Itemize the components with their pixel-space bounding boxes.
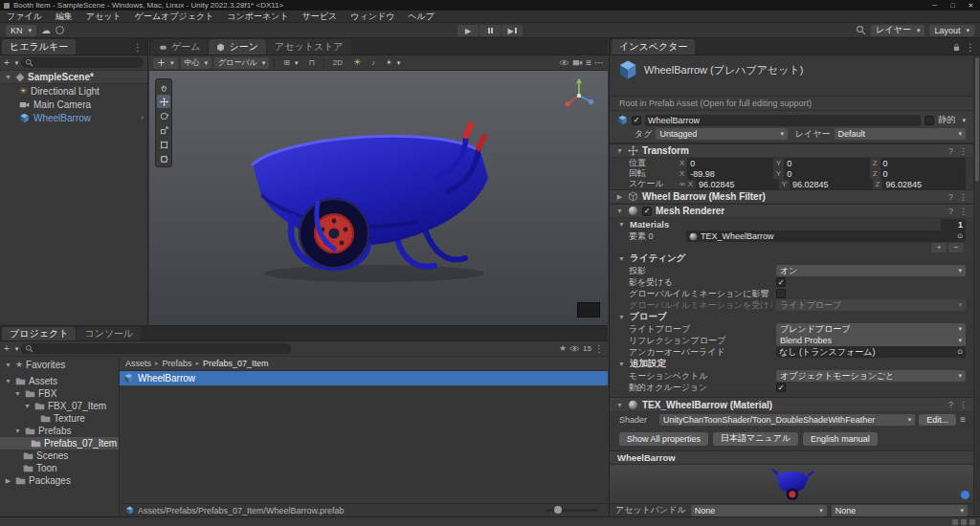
foldout-icon[interactable]: ▼ xyxy=(4,362,12,368)
hierarchy-item-main-camera[interactable]: Main Camera xyxy=(0,98,147,111)
hidden-packages-icon[interactable] xyxy=(569,343,580,354)
layout-dropdown[interactable]: Layout ▾ xyxy=(929,25,974,36)
static-checkbox[interactable] xyxy=(924,116,934,125)
2d-toggle[interactable]: 2D xyxy=(329,57,346,69)
status-console-icon[interactable] xyxy=(952,519,958,525)
tab-console[interactable]: コンソール xyxy=(77,327,141,340)
light-probes-dropdown[interactable]: ブレンドプローブ ▾ xyxy=(776,323,966,335)
tree-fbx-07-item[interactable]: ▼ FBX_07_Item xyxy=(0,400,119,412)
rotate-tool-button[interactable] xyxy=(157,109,170,122)
tree-assets[interactable]: ▼ Assets xyxy=(0,375,119,387)
maximize-button[interactable]: □ xyxy=(946,2,960,9)
probes-foldout[interactable]: ▼ プローブ xyxy=(610,311,973,323)
position-y-field[interactable]: 0 xyxy=(784,158,869,169)
static-caret-icon[interactable]: ▾ xyxy=(959,117,966,124)
effects-dropdown[interactable]: ✦ ▾ xyxy=(382,57,404,69)
panel-menu-icon[interactable]: ⋮ xyxy=(966,42,975,53)
materials-size-field[interactable]: 1 xyxy=(941,219,966,230)
view-tool-button[interactable] xyxy=(157,80,170,94)
japanese-manual-button[interactable]: 日本語マニュアル xyxy=(713,432,798,446)
shader-edit-button[interactable]: Edit... xyxy=(919,414,956,426)
anchor-object-field[interactable]: なし (トランスフォーム) ⊙ xyxy=(776,346,966,358)
grid-snap-dropdown[interactable]: ⊞ ▾ xyxy=(279,57,301,69)
create-asset-caret-icon[interactable]: ▾ xyxy=(12,345,19,353)
hierarchy-item-directional-light[interactable]: ☀ Directional Light xyxy=(0,84,147,98)
component-enabled-checkbox[interactable]: ✓ xyxy=(642,207,652,216)
tab-asset-store[interactable]: アセットストア xyxy=(267,39,351,55)
foldout-icon[interactable]: ▼ xyxy=(23,403,32,409)
rotation-y-field[interactable]: 0 xyxy=(784,168,869,180)
hierarchy-search-input[interactable] xyxy=(21,57,144,68)
prefab-open-chevron-icon[interactable]: › xyxy=(141,113,144,122)
foldout-icon[interactable]: ▶ xyxy=(4,477,12,485)
component-menu-icon[interactable]: ⋮ xyxy=(959,400,968,409)
english-manual-button[interactable]: English manual xyxy=(803,432,878,446)
rotation-z-field[interactable]: 0 xyxy=(880,168,966,180)
orientation-dropdown[interactable]: グローバル ▾ xyxy=(214,57,269,69)
pause-button[interactable] xyxy=(479,25,501,36)
help-icon[interactable]: ? xyxy=(948,207,953,216)
remove-element-button[interactable]: − xyxy=(948,243,964,252)
thumbnail-zoom-slider[interactable] xyxy=(545,509,598,512)
tab-project[interactable]: プロジェクト xyxy=(2,327,76,340)
gameobject-name-field[interactable]: WheelBarrow xyxy=(645,115,921,126)
services-icon[interactable] xyxy=(56,26,64,34)
help-icon[interactable]: ? xyxy=(948,192,953,202)
motion-vectors-dropdown[interactable]: オブジェクトモーションごと ▾ xyxy=(776,370,966,382)
position-z-field[interactable]: 0 xyxy=(880,158,966,169)
breadcrumb-assets[interactable]: Assets xyxy=(125,359,151,368)
foldout-icon[interactable]: ▶ xyxy=(615,193,624,201)
search-icon[interactable] xyxy=(856,25,866,35)
active-checkbox[interactable]: ✓ xyxy=(632,116,641,125)
help-icon[interactable]: ? xyxy=(948,400,953,409)
material-component-header[interactable]: ▼ TEX_WheelBarrow (Material) ?⋮ xyxy=(610,397,973,412)
play-button[interactable]: ▶ xyxy=(457,25,479,36)
orientation-gizmo[interactable] xyxy=(560,77,598,115)
asset-bundle-dropdown[interactable]: None ▾ xyxy=(691,505,827,516)
component-menu-icon[interactable]: ⋮ xyxy=(959,146,968,156)
step-button[interactable]: ▶ xyxy=(501,25,523,36)
breadcrumb-prefabs[interactable]: Prefabs xyxy=(163,359,192,368)
tree-scenes[interactable]: Scenes xyxy=(0,449,119,462)
menu-assets[interactable]: アセット xyxy=(79,11,128,23)
tree-packages[interactable]: ▶ Packages xyxy=(0,474,119,487)
tree-favorites[interactable]: ▼ ★ Favorites xyxy=(0,359,119,371)
inspector-scrollbar[interactable] xyxy=(973,55,980,516)
menu-file[interactable]: ファイル xyxy=(0,11,49,23)
account-dropdown[interactable]: KN ▾ xyxy=(6,25,36,36)
menu-help[interactable]: ヘルプ xyxy=(401,11,441,23)
status-activity-icon[interactable] xyxy=(961,519,967,525)
shader-dropdown[interactable]: UnityChanToonShader/Toon_DoubleShadeWith… xyxy=(659,414,915,426)
component-menu-icon[interactable]: ⋮ xyxy=(959,207,968,216)
project-search-input[interactable] xyxy=(21,343,291,354)
tree-prefabs-07-item[interactable]: Prefabs_07_Item xyxy=(0,437,119,449)
panel-menu-icon[interactable]: ⋮ xyxy=(133,42,143,53)
additional-settings-foldout[interactable]: ▼ 追加設定 xyxy=(610,358,973,370)
tool-settings-dropdown[interactable]: ▾ xyxy=(153,57,178,69)
gizmos-menu-icon[interactable]: ≡ xyxy=(586,58,591,68)
scene-audio-toggle[interactable]: ♪ xyxy=(368,57,379,69)
materials-foldout[interactable]: ▼ Materials 1 xyxy=(610,218,973,230)
add-object-caret-icon[interactable]: ▾ xyxy=(12,59,19,67)
cloud-icon[interactable]: ☁ xyxy=(41,26,51,35)
scene-lighting-toggle[interactable]: ☀ xyxy=(349,57,365,69)
foldout-icon[interactable]: ▼ xyxy=(615,147,624,154)
menu-window[interactable]: ウィンドウ xyxy=(344,11,401,23)
visibility-icon[interactable] xyxy=(559,57,569,68)
tab-inspector[interactable]: インスペクター xyxy=(612,39,695,55)
tab-game[interactable]: ゲーム xyxy=(151,39,208,55)
tree-toon[interactable]: Toon xyxy=(0,462,119,474)
tree-texture[interactable]: Texture xyxy=(0,412,119,425)
scene-viewport[interactable] xyxy=(149,71,608,325)
minimize-button[interactable]: ─ xyxy=(927,2,942,9)
breadcrumb-current[interactable]: Prefabs_07_Item xyxy=(203,359,269,368)
object-picker-icon[interactable]: ⊙ xyxy=(954,232,963,240)
add-object-button[interactable]: + xyxy=(4,58,10,68)
scene-more-icon[interactable]: ⋯ xyxy=(594,58,604,68)
receive-shadows-checkbox[interactable]: ✓ xyxy=(776,277,786,287)
hierarchy-scene-row[interactable]: ▼ SampleScene* xyxy=(0,71,147,84)
asset-bundle-variant-dropdown[interactable]: None ▾ xyxy=(832,505,968,516)
create-asset-button[interactable]: + xyxy=(4,344,10,354)
scale-z-field[interactable]: 96.02845 xyxy=(882,179,966,190)
help-icon[interactable]: ? xyxy=(948,146,953,156)
